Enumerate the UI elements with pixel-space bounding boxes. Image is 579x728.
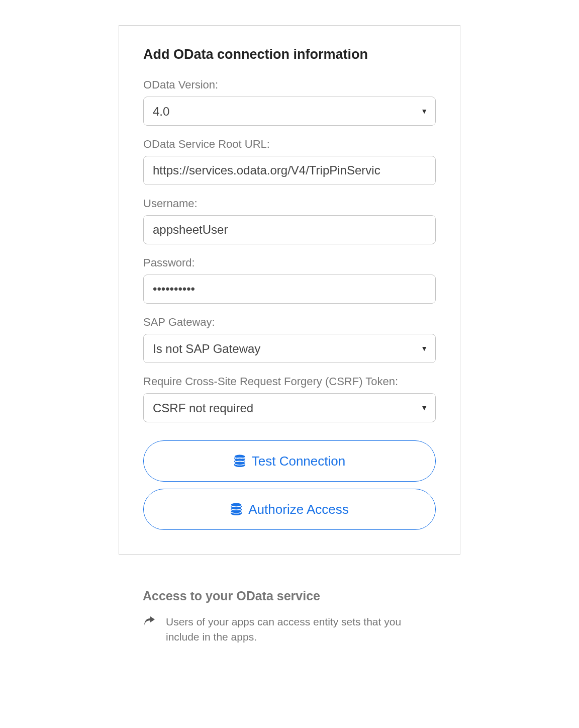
password-field: Password: xyxy=(143,256,436,304)
root-url-field: OData Service Root URL: xyxy=(143,138,436,185)
card-title: Add OData connection information xyxy=(143,47,436,62)
sap-gateway-select[interactable]: Is not SAP Gateway xyxy=(143,334,436,363)
odata-connection-card: Add OData connection information OData V… xyxy=(119,25,460,555)
odata-version-label: OData Version: xyxy=(143,78,436,92)
username-field: Username: xyxy=(143,197,436,244)
database-icon xyxy=(234,454,246,468)
password-input[interactable] xyxy=(143,275,436,304)
authorize-access-button[interactable]: Authorize Access xyxy=(143,489,436,530)
button-group: Test Connection Authorize Access xyxy=(143,440,436,530)
username-input[interactable] xyxy=(143,215,436,244)
test-connection-button[interactable]: Test Connection xyxy=(143,440,436,482)
info-row: Users of your apps can access entity set… xyxy=(143,614,436,645)
sap-gateway-field: SAP Gateway: Is not SAP Gateway ▼ xyxy=(143,316,436,363)
sap-gateway-label: SAP Gateway: xyxy=(143,316,436,329)
odata-version-field: OData Version: 4.0 ▼ xyxy=(143,78,436,126)
csrf-label: Require Cross-Site Request Forgery (CSRF… xyxy=(143,375,436,388)
password-label: Password: xyxy=(143,256,436,269)
authorize-access-label: Authorize Access xyxy=(248,502,348,517)
info-text: Users of your apps can access entity set… xyxy=(166,614,436,645)
odata-version-select[interactable]: 4.0 xyxy=(143,97,436,126)
root-url-label: OData Service Root URL: xyxy=(143,138,436,151)
info-title: Access to your OData service xyxy=(143,589,436,603)
root-url-input[interactable] xyxy=(143,156,436,185)
share-icon xyxy=(143,615,156,629)
csrf-field: Require Cross-Site Request Forgery (CSRF… xyxy=(143,375,436,422)
test-connection-label: Test Connection xyxy=(252,453,345,469)
info-section: Access to your OData service Users of yo… xyxy=(119,589,460,645)
username-label: Username: xyxy=(143,197,436,210)
database-icon xyxy=(230,503,242,516)
csrf-select[interactable]: CSRF not required xyxy=(143,393,436,422)
